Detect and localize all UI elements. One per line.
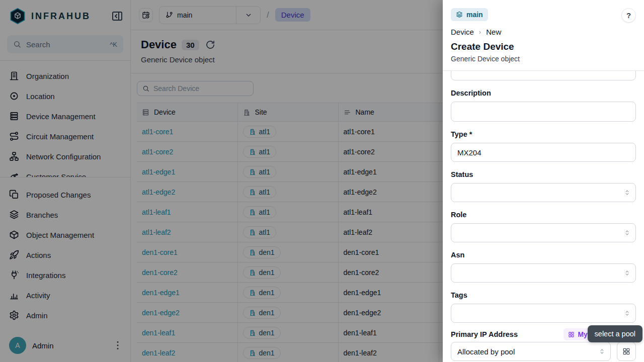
stepper-icon: [598, 348, 606, 355]
branch-badge[interactable]: main: [451, 8, 488, 21]
grid-icon: [622, 347, 630, 355]
pool-row: Allocated by pool: [451, 342, 636, 361]
role-label: Role: [451, 210, 636, 219]
description-input[interactable]: [451, 102, 636, 122]
help-button[interactable]: ?: [621, 8, 636, 23]
chevron-right-icon: ›: [479, 28, 481, 36]
primary-ip-label: Primary IP Address: [451, 330, 518, 339]
stepper-icon: [623, 229, 631, 237]
select-pool-tooltip: select a pool: [588, 325, 642, 342]
type-input[interactable]: MX204: [451, 143, 636, 162]
asn-label: Asn: [451, 250, 636, 259]
status-select[interactable]: [451, 183, 636, 202]
drawer-subtitle: Generic Device object: [451, 55, 636, 63]
type-value: MX204: [457, 148, 481, 157]
pool-select[interactable]: Allocated by pool: [451, 342, 611, 361]
tags-label: Tags: [451, 291, 636, 300]
create-device-drawer: main ? Device › New Create Device Generi…: [443, 0, 644, 362]
type-label: Type *: [451, 130, 636, 139]
drawer-header: main ? Device › New Create Device Generi…: [443, 0, 644, 71]
description-label: Description: [451, 88, 636, 98]
stepper-icon: [623, 269, 631, 277]
create-device-form: Description Type * MX204 Status Role Asn…: [443, 71, 644, 362]
pool-select-value: Allocated by pool: [457, 347, 515, 356]
breadcrumb-new: New: [486, 28, 501, 36]
tags-select[interactable]: [451, 304, 636, 323]
drawer-title: Create Device: [451, 41, 636, 52]
role-select[interactable]: [451, 223, 636, 242]
select-pool-button[interactable]: [617, 342, 636, 361]
layers-icon: [456, 11, 463, 18]
clipped-field[interactable]: [451, 71, 636, 80]
breadcrumb-device[interactable]: Device: [451, 28, 474, 36]
drawer-breadcrumb: Device › New: [451, 28, 636, 36]
grid-icon: [568, 331, 575, 338]
branch-badge-label: main: [466, 11, 483, 19]
stepper-icon: [623, 189, 631, 197]
asn-select[interactable]: [451, 263, 636, 283]
status-label: Status: [451, 170, 636, 179]
stepper-icon: [623, 310, 631, 317]
